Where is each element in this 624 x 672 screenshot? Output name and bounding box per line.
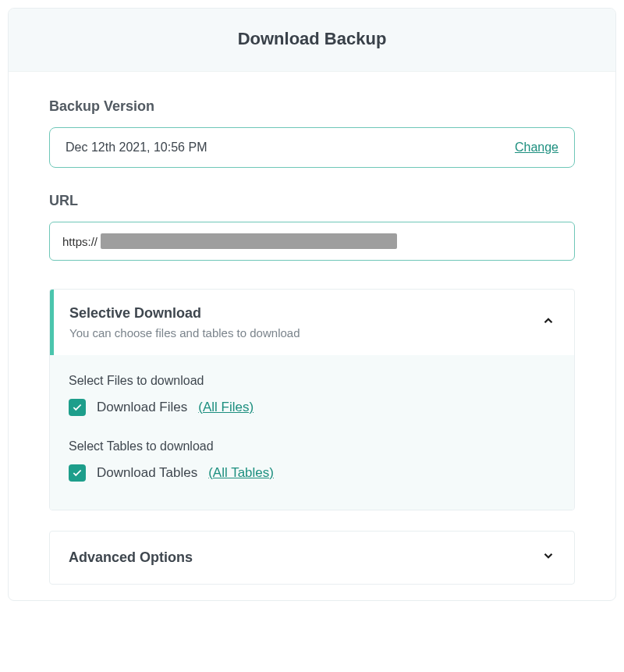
page-title: Download Backup	[24, 29, 600, 49]
card-header: Download Backup	[9, 9, 615, 72]
download-backup-card: Download Backup Backup Version Dec 12th …	[8, 8, 616, 601]
chevron-down-icon	[541, 549, 555, 567]
url-field[interactable]: https://	[49, 222, 575, 261]
url-label: URL	[49, 193, 575, 209]
download-files-checkbox[interactable]	[69, 399, 86, 416]
selective-download-panel: Selective Download You can choose files …	[49, 289, 575, 510]
download-tables-label: Download Tables	[97, 465, 197, 481]
selective-subtitle: You can choose files and tables to downl…	[69, 326, 300, 340]
advanced-options-title: Advanced Options	[69, 549, 193, 566]
card-body: Backup Version Dec 12th 2021, 10:56 PM C…	[9, 72, 615, 600]
selective-download-header[interactable]: Selective Download You can choose files …	[50, 290, 574, 355]
advanced-options-panel[interactable]: Advanced Options	[49, 531, 575, 585]
files-heading: Select Files to download	[69, 374, 555, 388]
backup-version-value: Dec 12th 2021, 10:56 PM	[66, 140, 207, 155]
download-tables-checkbox[interactable]	[69, 464, 86, 482]
backup-version-label: Backup Version	[49, 98, 575, 115]
download-files-label: Download Files	[97, 400, 187, 415]
all-files-link[interactable]: (All Files)	[198, 400, 254, 415]
selective-title: Selective Download	[69, 305, 300, 322]
selective-header-text: Selective Download You can choose files …	[69, 305, 300, 340]
backup-version-field: Dec 12th 2021, 10:56 PM Change	[49, 127, 575, 168]
url-redacted-value	[101, 233, 397, 249]
selective-download-body: Select Files to download Download Files …	[50, 355, 574, 510]
download-files-row: Download Files (All Files)	[69, 399, 555, 416]
chevron-up-icon	[541, 314, 555, 332]
url-prefix: https://	[62, 235, 98, 248]
tables-heading: Select Tables to download	[69, 439, 555, 453]
change-link[interactable]: Change	[515, 140, 558, 155]
all-tables-link[interactable]: (All Tables)	[208, 465, 274, 481]
download-tables-row: Download Tables (All Tables)	[69, 464, 555, 482]
